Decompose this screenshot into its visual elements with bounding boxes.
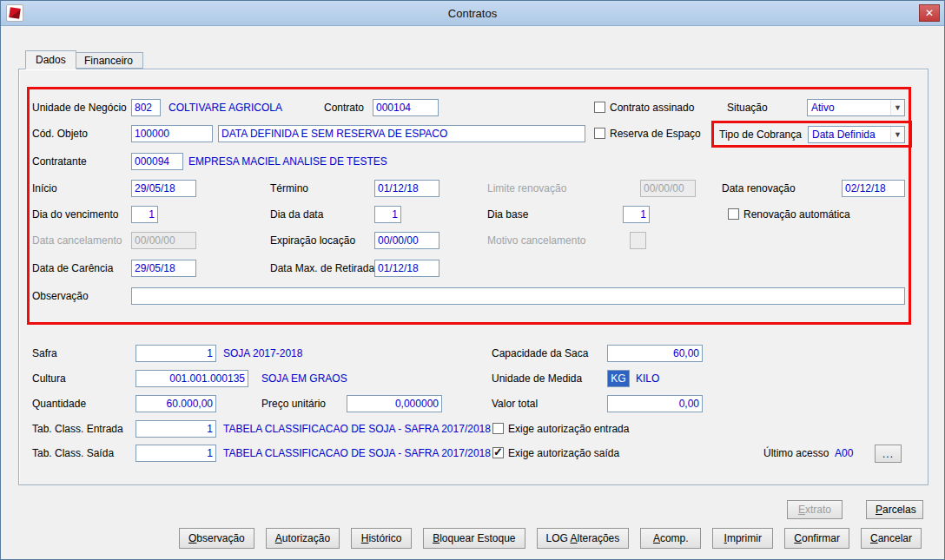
quantidade-field[interactable] bbox=[135, 395, 216, 412]
motivo-cancelamento-field bbox=[630, 232, 646, 249]
capacidade-saca-field[interactable] bbox=[607, 345, 703, 362]
expiracao-locacao-field[interactable] bbox=[374, 232, 439, 249]
unidade-medida-label: Unidade de Medida bbox=[492, 370, 582, 387]
contrato-assinado-label: Contrato assinado bbox=[610, 101, 694, 115]
window-title: Contratos bbox=[1, 7, 944, 20]
cultura-desc: SOJA EM GRAOS bbox=[261, 370, 347, 387]
tipo-cobranca-label: Tipo de Cobrança bbox=[719, 126, 802, 143]
expiracao-locacao-label: Expiração locação bbox=[270, 232, 355, 249]
tab-financeiro[interactable]: Financeiro bbox=[74, 52, 143, 69]
data-carencia-label: Data de Carência bbox=[32, 260, 113, 277]
close-icon[interactable]: ✕ bbox=[919, 4, 940, 22]
capacidade-saca-label: Capacidade da Saca bbox=[492, 345, 588, 362]
contratante-label: Contratante bbox=[32, 153, 87, 170]
historico-button[interactable]: Histórico bbox=[351, 528, 412, 549]
cultura-field[interactable] bbox=[135, 370, 248, 387]
reserva-espaco-checkbox[interactable]: ✓ bbox=[594, 128, 605, 139]
unidade-medida-field[interactable] bbox=[607, 370, 630, 387]
valor-total-label: Valor total bbox=[492, 395, 538, 412]
dia-vencimento-field[interactable] bbox=[131, 206, 158, 223]
situacao-dropdown[interactable]: Ativo ▼ bbox=[807, 99, 905, 116]
contratante-desc: EMPRESA MACIEL ANALISE DE TESTES bbox=[188, 153, 387, 170]
extrato-button[interactable]: Extrato bbox=[787, 500, 843, 519]
cancelar-button[interactable]: Cancelar bbox=[861, 528, 922, 549]
ultimo-acesso-value: A00 bbox=[835, 445, 853, 462]
inicio-label: Início bbox=[32, 180, 57, 197]
tipo-cobranca-dropdown[interactable]: Data Definida ▼ bbox=[808, 126, 905, 143]
tab-class-saida-desc: TABELA CLASSIFICACAO DE SOJA - SAFRA 201… bbox=[223, 445, 491, 462]
cod-objeto-desc-field[interactable] bbox=[218, 125, 585, 142]
unidade-medida-desc: KILO bbox=[636, 370, 659, 387]
situacao-label: Situação bbox=[727, 99, 768, 116]
dia-data-label: Dia da data bbox=[270, 206, 323, 223]
valor-total-field[interactable] bbox=[607, 395, 703, 412]
unidade-negocio-field[interactable] bbox=[131, 99, 161, 116]
check-icon: ✓ bbox=[493, 445, 503, 458]
safra-desc: SOJA 2017-2018 bbox=[223, 345, 302, 362]
autorizacao-button[interactable]: Autorização bbox=[266, 528, 340, 549]
reserva-espaco-label: Reserva de Espaço bbox=[610, 127, 701, 141]
limite-renovacao-field bbox=[640, 180, 696, 197]
contrato-field[interactable] bbox=[373, 99, 439, 116]
ultimo-acesso-label: Último acesso bbox=[763, 445, 829, 462]
quantidade-label: Quantidade bbox=[32, 395, 86, 412]
data-cancelamento-field bbox=[131, 232, 196, 249]
renovacao-automatica-label: Renovação automática bbox=[743, 208, 850, 221]
tipo-cobranca-value: Data Definida bbox=[812, 128, 876, 141]
data-max-retirada-label: Data Max. de Retirada bbox=[270, 260, 374, 277]
dia-data-field[interactable] bbox=[374, 206, 401, 223]
exige-aut-entrada-checkbox[interactable]: ✓ bbox=[492, 423, 504, 434]
footer-button-row: Observação Autorização Histórico Bloquea… bbox=[179, 528, 922, 549]
safra-label: Safra bbox=[32, 345, 57, 362]
title-bar: Contratos ✕ bbox=[1, 1, 944, 26]
limite-renovacao-label: Limite renovação bbox=[487, 180, 566, 197]
termino-label: Término bbox=[270, 180, 308, 197]
termino-field[interactable] bbox=[374, 180, 439, 197]
cod-objeto-field[interactable] bbox=[131, 125, 213, 142]
contracts-dialog: Contratos ✕ Dados Financeiro Unidade de … bbox=[0, 0, 945, 560]
renovacao-automatica-checkbox[interactable]: ✓ bbox=[728, 208, 739, 220]
contratante-field[interactable] bbox=[131, 153, 183, 170]
motivo-cancelamento-label: Motivo cancelamento bbox=[487, 232, 585, 249]
exige-aut-entrada-label: Exige autorização entrada bbox=[508, 422, 629, 436]
imprimir-button[interactable]: Imprimir bbox=[712, 528, 773, 549]
preco-unitario-field[interactable] bbox=[347, 395, 442, 412]
cultura-label: Cultura bbox=[32, 370, 66, 387]
data-max-retirada-field[interactable] bbox=[374, 260, 439, 277]
observacao-field[interactable] bbox=[131, 287, 905, 305]
parcelas-button[interactable]: Parcelas bbox=[866, 500, 923, 519]
dia-vencimento-label: Dia do vencimento bbox=[32, 206, 118, 223]
browse-button[interactable]: ... bbox=[875, 445, 902, 463]
observacao-label: Observação bbox=[32, 287, 89, 305]
safra-field[interactable] bbox=[135, 345, 216, 362]
contrato-label: Contrato bbox=[324, 99, 364, 116]
tab-class-entrada-field[interactable] bbox=[135, 420, 216, 438]
dia-base-field[interactable] bbox=[623, 206, 650, 223]
observacao-button[interactable]: Observação bbox=[179, 528, 254, 549]
log-alteracoes-button[interactable]: LOG Alterações bbox=[537, 528, 630, 549]
unidade-negocio-label: Unidade de Negócio bbox=[32, 99, 127, 116]
confirmar-button[interactable]: Confirmar bbox=[784, 528, 849, 549]
tab-class-saida-field[interactable] bbox=[135, 445, 216, 462]
preco-unitario-label: Preço unitário bbox=[261, 395, 326, 412]
chevron-down-icon: ▼ bbox=[890, 127, 904, 142]
cod-objeto-label: Cód. Objeto bbox=[32, 125, 88, 142]
unidade-negocio-desc: COLTIVARE AGRICOLA bbox=[169, 99, 282, 116]
contrato-assinado-checkbox[interactable]: ✓ bbox=[594, 102, 605, 113]
data-renovacao-label: Data renovação bbox=[722, 180, 796, 197]
bloquear-estoque-button[interactable]: Bloquear Estoque bbox=[423, 528, 525, 549]
tab-dados[interactable]: Dados bbox=[25, 50, 76, 69]
data-cancelamento-label: Data cancelamento bbox=[32, 232, 122, 249]
tab-class-entrada-desc: TABELA CLASSIFICACAO DE SOJA - SAFRA 201… bbox=[223, 420, 491, 438]
data-carencia-field[interactable] bbox=[131, 260, 196, 277]
chevron-down-icon: ▼ bbox=[890, 100, 904, 115]
situacao-value: Ativo bbox=[811, 102, 835, 114]
exige-aut-saida-checkbox[interactable]: ✓ bbox=[492, 447, 504, 458]
tab-class-saida-label: Tab. Class. Saída bbox=[32, 445, 114, 462]
inicio-field[interactable] bbox=[131, 180, 196, 197]
dia-base-label: Dia base bbox=[487, 206, 528, 223]
tab-class-entrada-label: Tab. Class. Entrada bbox=[32, 420, 123, 438]
acomp-button[interactable]: Acomp. bbox=[640, 528, 701, 549]
exige-aut-saida-label: Exige autorização saída bbox=[508, 446, 619, 460]
data-renovacao-field[interactable] bbox=[842, 180, 905, 197]
